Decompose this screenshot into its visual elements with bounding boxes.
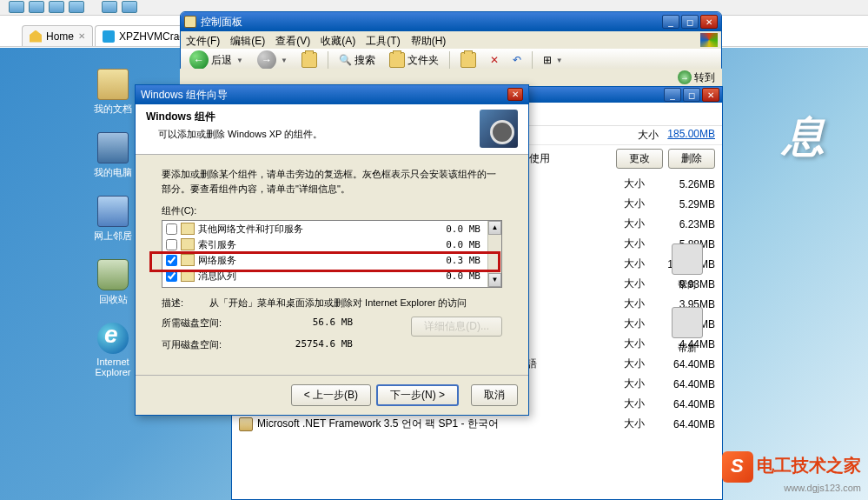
component-icon xyxy=(181,223,195,235)
close-button[interactable]: ✕ xyxy=(507,88,523,101)
desktop-my-documents[interactable]: 我的文档 xyxy=(87,69,139,116)
views-button[interactable]: ⊞▼ xyxy=(538,52,568,68)
minimize-button[interactable]: _ xyxy=(664,88,681,102)
maximize-button[interactable]: ◻ xyxy=(683,88,700,102)
wizard-body: 要添加或删除某个组件，请单击旁边的复选框。灰色框表示只会安装该组件的一部分。要查… xyxy=(136,155,528,365)
desktop-recycle-bin[interactable]: 回收站 xyxy=(87,259,139,306)
wizard-titlebar[interactable]: Windows 组件向导 ✕ xyxy=(136,85,528,104)
description-text: 从「开始」菜单和桌面添加或删除对 Internet Explorer 的访问 xyxy=(209,297,467,310)
menu-file[interactable]: 文件(F) xyxy=(186,34,220,46)
component-name: 其他网络文件和打印服务 xyxy=(198,223,446,236)
size-link[interactable]: 185.00MB xyxy=(667,128,715,143)
component-name: 索引服务 xyxy=(198,238,446,251)
host-icon[interactable] xyxy=(9,1,24,13)
menu-tools[interactable]: 工具(T) xyxy=(366,34,400,46)
component-row[interactable]: 其他网络文件和打印服务0.0 MB xyxy=(162,221,501,237)
dialog-title: Windows 组件向导 xyxy=(141,88,228,102)
icon xyxy=(461,52,476,68)
desktop-ie[interactable]: Internet Explorer xyxy=(87,323,139,377)
program-row[interactable]: Microsoft .NET Framework 3.5 언어 팩 SP1 - … xyxy=(239,414,715,434)
size-label: 大小 xyxy=(624,177,654,191)
size-label: 大小 xyxy=(624,397,654,411)
wizard-icon[interactable] xyxy=(672,243,703,275)
details-button: 详细信息(D)... xyxy=(411,317,502,337)
component-icon xyxy=(181,238,195,250)
undo-icon: ↶ xyxy=(513,54,521,66)
go-icon: → xyxy=(678,70,692,84)
change-button[interactable]: 更改 xyxy=(616,149,663,169)
host-icon[interactable] xyxy=(29,1,44,13)
desktop-network[interactable]: 网上邻居 xyxy=(87,196,139,243)
program-name: Microsoft .NET Framework 3.5 언어 팩 SP1 - … xyxy=(257,417,499,431)
program-size: 6.23MB xyxy=(654,218,715,230)
maximize-button[interactable]: ◻ xyxy=(681,15,699,29)
program-size: 5.29MB xyxy=(654,198,715,210)
scroll-up-button[interactable]: ▲ xyxy=(488,221,501,235)
separator xyxy=(449,51,450,69)
component-icon xyxy=(181,254,195,266)
size-label: 大小 xyxy=(624,417,654,431)
next-button[interactable]: 下一步(N) > xyxy=(376,384,459,406)
host-icon[interactable] xyxy=(102,1,117,13)
sidebar-icons: 帮向 帮新 xyxy=(666,243,709,370)
menu-help[interactable]: 帮助(H) xyxy=(411,34,447,46)
host-icon[interactable] xyxy=(122,1,137,13)
size-label: 大小 xyxy=(624,217,654,231)
scroll-down-button[interactable]: ▼ xyxy=(488,273,501,287)
components-listbox[interactable]: 其他网络文件和打印服务0.0 MB索引服务0.0 MB网络服务0.3 MB消息队… xyxy=(162,220,502,288)
separator xyxy=(328,51,328,69)
search-icon: 🔍 xyxy=(339,54,352,66)
size-label: 大小 xyxy=(624,377,654,391)
component-checkbox[interactable] xyxy=(166,270,177,282)
size-label: 大小 xyxy=(624,257,654,271)
menu-favorites[interactable]: 收藏(A) xyxy=(321,34,355,46)
disc-icon xyxy=(480,110,518,148)
watermark-logo-icon xyxy=(722,451,753,483)
back-button[interactable]: < 上一步(B) xyxy=(291,384,371,406)
network-icon xyxy=(97,196,129,227)
close-button[interactable]: ✕ xyxy=(702,88,719,102)
windows-flag-icon xyxy=(700,33,718,47)
scroll-track[interactable] xyxy=(488,235,501,273)
minimize-button[interactable]: _ xyxy=(662,15,679,29)
host-icon[interactable] xyxy=(69,1,84,13)
component-icon xyxy=(181,270,195,282)
host-icon[interactable] xyxy=(49,1,64,13)
watermark: 电工技术之家 www.dgjs123.com xyxy=(722,451,861,493)
component-checkbox[interactable] xyxy=(166,255,177,266)
menu-edit[interactable]: 编辑(E) xyxy=(230,34,265,46)
tool-button[interactable] xyxy=(455,50,481,70)
wizard-footer: < 上一步(B) 下一步(N) > 取消 xyxy=(136,375,528,415)
size-label: 大小 xyxy=(624,297,654,311)
folders-button[interactable]: 文件夹 xyxy=(384,50,444,70)
description-label: 描述: xyxy=(162,297,183,310)
size-label: 大小 xyxy=(624,277,654,291)
size-label: 大小 xyxy=(624,317,654,331)
up-button[interactable] xyxy=(296,50,322,70)
search-button[interactable]: 🔍搜索 xyxy=(334,51,381,70)
component-row[interactable]: 索引服务0.0 MB xyxy=(162,237,501,252)
component-checkbox[interactable] xyxy=(166,223,177,235)
component-checkbox[interactable] xyxy=(166,239,177,250)
recycle-icon xyxy=(97,259,129,290)
scrollbar[interactable]: ▲ ▼ xyxy=(487,221,501,287)
desktop-my-computer[interactable]: 我的电脑 xyxy=(87,132,139,179)
menu-view[interactable]: 查看(V) xyxy=(275,34,310,46)
size-label: 大小 xyxy=(624,237,654,251)
header-subtitle: 可以添加或删除 Windows XP 的组件。 xyxy=(146,128,322,141)
refresh-icon[interactable] xyxy=(672,307,703,338)
titlebar[interactable]: 控制面板 _ ◻ ✕ xyxy=(181,12,721,31)
tab-label: Home xyxy=(46,30,74,43)
component-row[interactable]: 消息队列0.0 MB xyxy=(162,268,501,283)
window-title: 控制面板 xyxy=(201,15,242,30)
remove-button[interactable]: 删除 xyxy=(668,149,715,169)
tool-button[interactable]: ✕ xyxy=(485,52,504,68)
go-button[interactable]: →转到 xyxy=(671,69,722,86)
undo-button[interactable]: ↶ xyxy=(507,52,527,68)
cancel-button[interactable]: 取消 xyxy=(471,384,518,406)
tab-home[interactable]: Home ✕ xyxy=(22,25,93,46)
close-icon[interactable]: ✕ xyxy=(78,31,85,41)
component-row[interactable]: 网络服务0.3 MB xyxy=(162,252,501,268)
program-size: 64.40MB xyxy=(654,378,715,390)
close-button[interactable]: ✕ xyxy=(700,15,718,29)
